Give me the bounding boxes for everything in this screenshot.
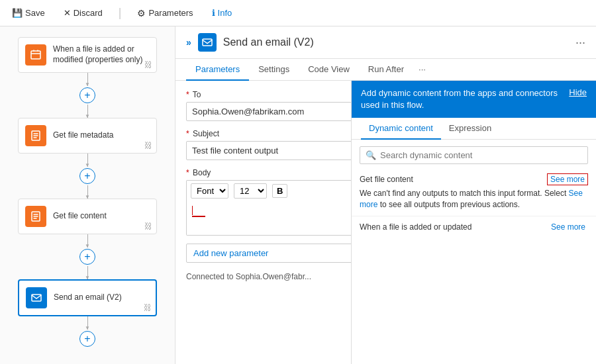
action-title: Send an email (V2): [223, 36, 314, 48]
node-send-email-link-icon: ⛓: [144, 303, 152, 312]
node-trigger[interactable]: When a file is added or modified (proper…: [18, 37, 157, 73]
dynamic-section-get-file: Get file content See more We can't find …: [352, 168, 596, 216]
main-layout: When a file is added or modified (proper…: [0, 26, 596, 364]
dynamic-tabs: Dynamic content Expression: [352, 118, 596, 140]
dynamic-section-get-file-header: Get file content See more: [360, 173, 588, 185]
connector-4: [87, 185, 88, 199]
when-file-header: When a file is added or updated See more: [360, 222, 588, 232]
info-button[interactable]: ℹ Info: [208, 5, 236, 21]
when-file-title: When a file is added or updated: [360, 222, 472, 232]
dynamic-header: Add dynamic content from the apps and co…: [352, 81, 596, 118]
tabs: Parameters Settings Code View Run After …: [175, 59, 596, 81]
add-btn-3[interactable]: +: [79, 249, 95, 265]
cursor-underline: [192, 216, 205, 217]
add-btn-2[interactable]: +: [79, 168, 95, 184]
node-get-content-label: Get file content: [53, 211, 107, 222]
action-header: » Send an email (V2) ···: [175, 26, 596, 59]
connector-7: [87, 316, 88, 330]
save-button[interactable]: 💾 Save: [8, 5, 49, 21]
form-area: * To * Subject * Body Font 12: [175, 81, 596, 364]
tab-settings[interactable]: Settings: [249, 59, 299, 81]
dynamic-panel: Add dynamic content from the apps and co…: [351, 81, 596, 364]
node-get-content[interactable]: Get file content ⛓: [18, 199, 157, 234]
font-select[interactable]: Font: [191, 183, 228, 199]
dynamic-section-get-file-title: Get file content: [360, 175, 413, 184]
dynamic-tab-content[interactable]: Dynamic content: [361, 118, 441, 140]
node-trigger-icon: [25, 44, 46, 66]
expand-icon[interactable]: »: [186, 37, 191, 48]
dynamic-tab-expression[interactable]: Expression: [441, 118, 499, 140]
node-trigger-label: When a file is added or modified (proper…: [53, 44, 150, 65]
node-send-email[interactable]: Send an email (V2) ⛓: [18, 279, 157, 316]
see-more-button-1[interactable]: See more: [547, 173, 588, 185]
size-select[interactable]: 12: [234, 183, 267, 199]
svg-rect-0: [31, 51, 40, 59]
parameters-icon: ⚙: [137, 8, 146, 19]
add-btn-4[interactable]: +: [79, 331, 95, 347]
dynamic-content-list: Get file content See more We can't find …: [352, 168, 596, 364]
dynamic-section-when-file: When a file is added or updated See more: [352, 216, 596, 238]
tab-run-after[interactable]: Run After: [359, 59, 413, 81]
discard-button[interactable]: ✕ Discard: [60, 5, 107, 21]
node-get-metadata-icon: [25, 125, 46, 146]
connector-2: [87, 105, 88, 118]
search-icon: 🔍: [366, 150, 376, 160]
tab-parameters[interactable]: Parameters: [186, 59, 249, 81]
dynamic-search-container: 🔍: [360, 146, 588, 164]
toolbar: 💾 Save ✕ Discard | ⚙ Parameters ℹ Info: [0, 0, 596, 26]
save-icon: 💾: [12, 8, 23, 18]
node-send-email-label: Send an email (V2): [54, 293, 122, 303]
tab-code-view[interactable]: Code View: [299, 59, 359, 81]
discard-icon: ✕: [64, 8, 71, 18]
right-panel: » Send an email (V2) ··· Parameters Sett…: [175, 26, 596, 364]
node-send-email-icon: [26, 287, 47, 308]
node-get-metadata-label: Get file metadata: [53, 130, 113, 141]
separator: |: [119, 6, 122, 20]
sidebar: When a file is added or modified (proper…: [0, 26, 175, 364]
info-label: Info: [218, 8, 232, 18]
connector-5: [87, 234, 88, 248]
dynamic-section-get-file-desc: We can't find any outputs to match this …: [360, 188, 588, 210]
bold-button[interactable]: B: [272, 184, 287, 198]
dynamic-search-input[interactable]: [380, 150, 582, 160]
node-get-metadata-link-icon: ⛓: [144, 141, 152, 150]
connector-1: [87, 73, 88, 86]
save-label: Save: [25, 8, 45, 18]
node-trigger-link-icon: ⛓: [144, 60, 152, 69]
parameters-label: Parameters: [148, 8, 193, 18]
cursor: [192, 206, 193, 215]
see-more-inline-link[interactable]: See more: [360, 189, 583, 209]
connector-3: [87, 154, 88, 167]
parameters-button[interactable]: ⚙ Parameters: [133, 5, 197, 21]
svg-rect-4: [203, 39, 212, 46]
svg-rect-3: [32, 295, 41, 301]
node-get-content-link-icon: ⛓: [144, 222, 152, 231]
node-get-metadata[interactable]: Get file metadata ⛓: [18, 118, 157, 154]
add-btn-1[interactable]: +: [79, 87, 95, 103]
dynamic-header-text: Add dynamic content from the apps and co…: [361, 87, 569, 111]
see-more-button-2[interactable]: See more: [548, 222, 588, 232]
dynamic-hide-button[interactable]: Hide: [569, 87, 587, 97]
action-icon: [198, 33, 217, 52]
connector-6: [87, 266, 88, 279]
node-get-content-icon: [25, 206, 46, 227]
discard-label: Discard: [74, 8, 103, 18]
tab-more-icon[interactable]: ···: [413, 59, 431, 81]
info-icon: ℹ: [212, 8, 215, 18]
action-more-icon[interactable]: ···: [575, 36, 585, 50]
